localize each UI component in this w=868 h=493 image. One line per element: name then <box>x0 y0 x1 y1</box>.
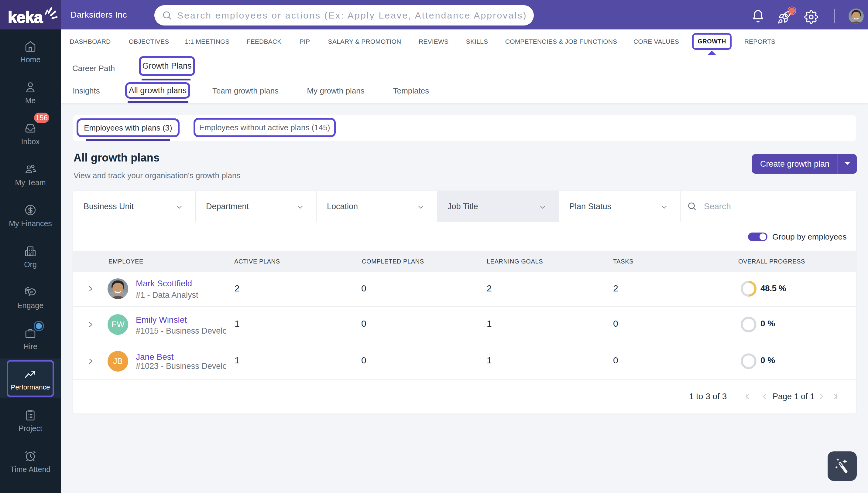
svg-text:keka: keka <box>8 8 43 26</box>
